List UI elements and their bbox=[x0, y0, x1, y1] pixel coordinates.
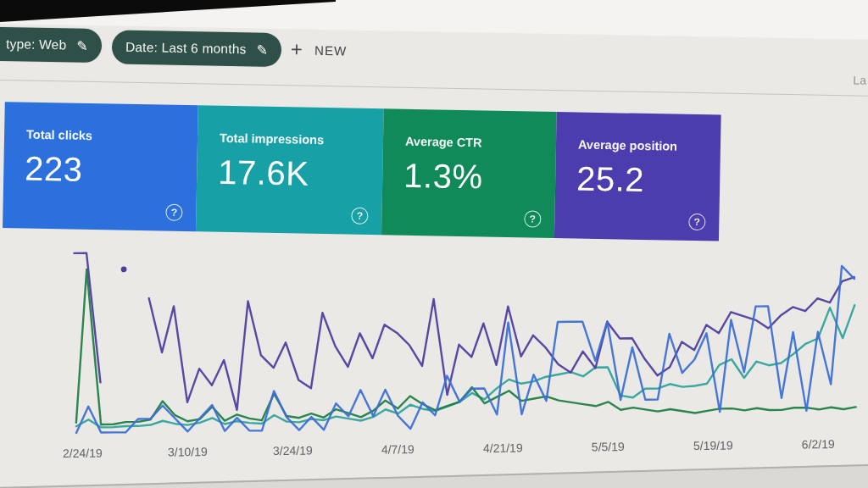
series-line-average-ctr-per-day- bbox=[75, 260, 856, 425]
x-axis-label: 4/21/19 bbox=[465, 441, 541, 455]
x-axis-label: 3/24/19 bbox=[254, 443, 331, 458]
x-axis-label: 3/10/19 bbox=[149, 445, 225, 459]
x-axis-label: 5/5/19 bbox=[570, 440, 646, 454]
series-line-total-clicks-per-day- bbox=[75, 266, 856, 433]
x-axis: 2/24/193/10/193/24/194/7/194/21/195/5/19… bbox=[2, 436, 868, 464]
search-console-performance-page: type: Web ✎ Date: Last 6 months ✎ + NEW … bbox=[0, 0, 868, 488]
x-axis-label: 4/7/19 bbox=[359, 442, 436, 457]
series-line-average-position-per-day- bbox=[74, 252, 100, 382]
x-axis-label: 2/24/19 bbox=[44, 446, 120, 460]
performance-line-chart bbox=[0, 0, 868, 488]
series-line-total-impressions-per-day- bbox=[75, 305, 856, 428]
line-gap-point bbox=[121, 266, 127, 272]
x-axis-label: 5/19/19 bbox=[675, 438, 751, 452]
x-axis-label: 6/2/19 bbox=[780, 437, 856, 452]
series-line-average-position-per-day- bbox=[149, 277, 856, 411]
chart-section: 2/24/193/10/193/24/194/7/194/21/195/5/19… bbox=[0, 0, 868, 488]
